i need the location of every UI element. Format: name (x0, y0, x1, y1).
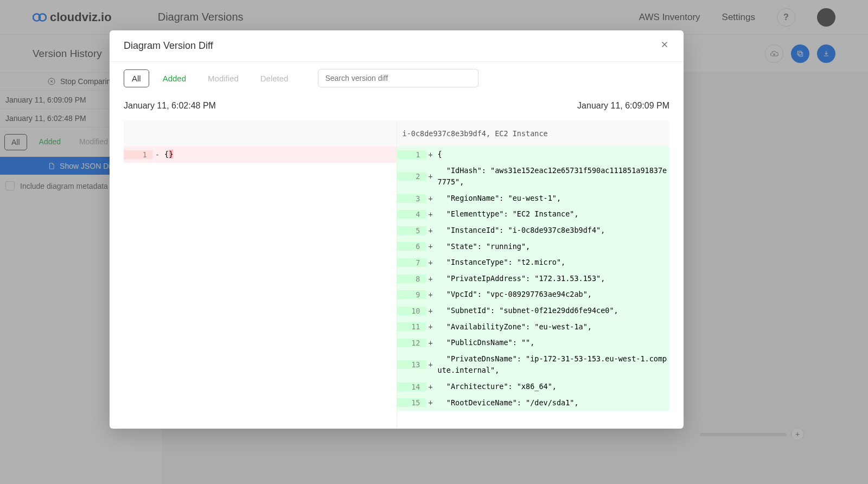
line-marker: + (426, 210, 436, 219)
line-content: "State": "running", (436, 239, 670, 255)
line-content: "PrivateDnsName": "ip-172-31-53-153.eu-w… (436, 351, 670, 379)
modal-close-button[interactable] (660, 40, 669, 52)
line-number: 8 (397, 275, 426, 283)
line-number: 10 (397, 307, 426, 315)
line-marker: + (426, 226, 436, 235)
line-content: "PublicDnsName": "", (436, 335, 670, 351)
line-number: 11 (397, 322, 426, 331)
line-content: "InstanceType": "t2.micro", (436, 254, 670, 271)
line-marker: + (426, 360, 436, 369)
diff-line: 3+ "RegionName": "eu-west-1", (397, 190, 670, 207)
line-content: "VpcId": "vpc-089297763ae94c2ab", (436, 286, 670, 303)
line-number: 4 (397, 210, 426, 219)
diff-line: 13+ "PrivateDnsName": "ip-172-31-53-153.… (397, 351, 670, 379)
line-content: "IdHash": "aws31e152eac12e65731f590ac111… (436, 163, 670, 190)
line-marker: + (426, 322, 436, 331)
tab-added[interactable]: Added (155, 69, 194, 87)
line-number: 2 (397, 172, 426, 181)
modal-header: Diagram Version Diff (110, 30, 684, 62)
line-number: 1 (124, 150, 152, 159)
diff-left-header (124, 120, 397, 147)
line-marker: + (426, 290, 436, 299)
line-marker: + (426, 307, 436, 315)
diff-line: 5+ "InstanceId": "i-0c8de937c8e3b9df4", (397, 222, 670, 239)
diff-line: 6+ "State": "running", (397, 239, 670, 255)
line-content: "PrivateIpAddress": "172.31.53.153", (436, 271, 670, 287)
line-content: "RegionName": "eu-west-1", (436, 190, 670, 207)
diff-right-side: i-0c8de937c8e3b9df4, EC2 Instance 1+{2+ … (397, 120, 670, 429)
diff-body: 1-{} i-0c8de937c8e3b9df4, EC2 Instance 1… (110, 120, 684, 429)
diff-line: 14+ "Architecture": "x86_64", (397, 379, 670, 395)
diff-timestamps: January 11, 6:02:48 PM January 11, 6:09:… (110, 94, 684, 120)
modal-title: Diagram Version Diff (124, 40, 213, 52)
left-timestamp: January 11, 6:02:48 PM (124, 101, 216, 111)
line-number: 3 (397, 194, 426, 203)
right-timestamp: January 11, 6:09:09 PM (577, 101, 669, 111)
diff-line: 10+ "SubnetId": "subnet-0f21e29dd6fe94ce… (397, 303, 670, 319)
line-content: "RootDeviceName": "/dev/sda1", (436, 395, 670, 411)
line-number: 6 (397, 242, 426, 251)
diff-line: 7+ "InstanceType": "t2.micro", (397, 254, 670, 271)
line-number: 5 (397, 226, 426, 235)
line-number: 7 (397, 258, 426, 267)
line-number: 14 (397, 383, 426, 391)
line-marker: + (426, 172, 436, 181)
line-content: "InstanceId": "i-0c8de937c8e3b9df4", (436, 222, 670, 239)
diff-line: 12+ "PublicDnsName": "", (397, 335, 670, 351)
diff-line: 8+ "PrivateIpAddress": "172.31.53.153", (397, 271, 670, 287)
diff-line: 9+ "VpcId": "vpc-089297763ae94c2ab", (397, 286, 670, 303)
line-content: "Elementtype": "EC2 Instance", (436, 206, 670, 222)
diff-line: 15+ "RootDeviceName": "/dev/sda1", (397, 395, 670, 411)
line-number: 13 (397, 360, 426, 369)
tab-all[interactable]: All (124, 69, 149, 87)
diff-line: 2+ "IdHash": "aws31e152eac12e65731f590ac… (397, 163, 670, 190)
diff-line: 11+ "AvailabilityZone": "eu-west-1a", (397, 319, 670, 335)
line-marker: + (426, 383, 436, 391)
diff-line: 1-{} (124, 147, 397, 163)
line-content: "SubnetId": "subnet-0f21e29dd6fe94ce0", (436, 303, 670, 319)
line-number: 9 (397, 290, 426, 299)
diff-left-side: 1-{} (124, 120, 397, 429)
line-marker: + (426, 275, 436, 283)
tab-modified[interactable]: Modified (200, 69, 247, 87)
diff-modal: Diagram Version Diff All Added Modified … (110, 30, 684, 429)
diff-right-header: i-0c8de937c8e3b9df4, EC2 Instance (397, 120, 670, 147)
line-content: "Architecture": "x86_64", (436, 379, 670, 395)
line-marker: - (152, 150, 162, 159)
line-marker: + (426, 242, 436, 251)
close-icon (660, 40, 669, 49)
tab-deleted[interactable]: Deleted (252, 69, 297, 87)
line-number: 1 (397, 150, 426, 159)
search-input[interactable] (318, 69, 478, 87)
modal-controls: All Added Modified Deleted (110, 62, 684, 94)
line-marker: + (426, 258, 436, 267)
line-marker: + (426, 150, 436, 159)
line-content: {} (162, 147, 397, 163)
diff-line: 4+ "Elementtype": "EC2 Instance", (397, 206, 670, 222)
line-content: { (436, 147, 670, 163)
line-marker: + (426, 339, 436, 347)
line-number: 12 (397, 339, 426, 347)
line-marker: + (426, 398, 436, 407)
line-content: "AvailabilityZone": "eu-west-1a", (436, 319, 670, 335)
line-number: 15 (397, 398, 426, 407)
diff-line: 1+{ (397, 147, 670, 163)
line-marker: + (426, 194, 436, 203)
